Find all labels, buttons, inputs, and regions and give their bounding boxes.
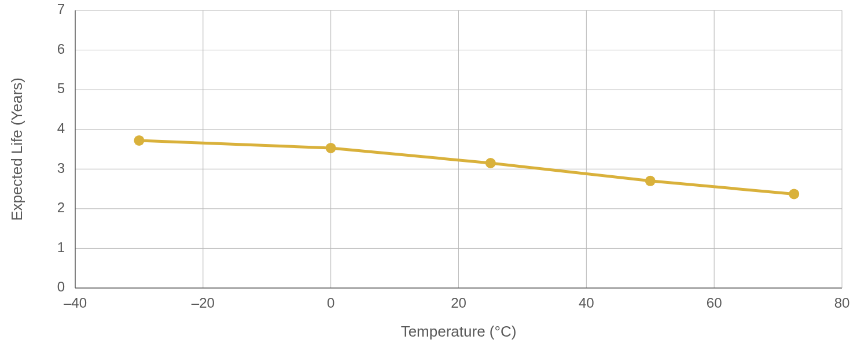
y-tick-label: 0: [57, 279, 65, 294]
line-chart: 01234567–40–20020406080Temperature (°C)E…: [0, 0, 868, 358]
y-tick-label: 6: [57, 41, 65, 57]
y-tick-label: 1: [57, 239, 65, 255]
y-tick-label: 3: [57, 160, 65, 176]
y-tick-label: 5: [57, 80, 65, 96]
data-marker: [486, 158, 496, 168]
y-tick-label: 2: [57, 200, 65, 215]
x-tick-label: 60: [707, 295, 722, 311]
x-tick-label: –20: [192, 295, 215, 311]
x-tick-label: 40: [579, 295, 594, 311]
y-tick-label: 4: [57, 120, 65, 136]
data-marker: [326, 143, 336, 153]
data-marker: [789, 189, 799, 199]
x-axis-title: Temperature (°C): [401, 323, 517, 340]
x-tick-label: 0: [327, 295, 334, 311]
chart-container: 01234567–40–20020406080Temperature (°C)E…: [0, 0, 868, 358]
y-axis-title: Expected Life (Years): [8, 77, 25, 221]
x-tick-label: 20: [451, 295, 466, 311]
x-tick-label: 80: [834, 295, 850, 311]
x-tick-label: –40: [64, 295, 87, 311]
data-marker: [134, 135, 144, 146]
data-marker: [645, 176, 656, 186]
y-tick-label: 7: [57, 1, 65, 17]
